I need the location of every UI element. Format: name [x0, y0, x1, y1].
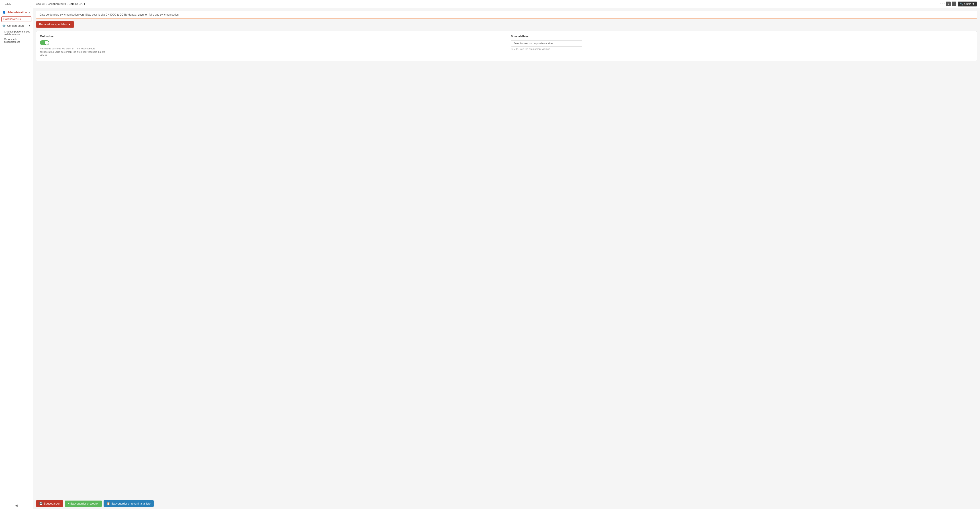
- sites-hint: Si vide, tous les sites seront visibles: [511, 48, 973, 50]
- permissions-chevron-icon: ▼: [68, 23, 71, 26]
- permissions-button[interactable]: Permissions spéciales ▼: [36, 21, 74, 28]
- sites-visibles-label: Sites visibles: [511, 35, 973, 38]
- sync-suffix: , faire une synchronisation: [148, 13, 179, 16]
- toggle-slider: [40, 40, 49, 45]
- config-icon: ⚙️: [2, 24, 6, 27]
- sidebar-collapse-toggle[interactable]: ◀: [0, 502, 33, 509]
- breadcrumb-collaborateurs[interactable]: Collaborateurs: [48, 2, 66, 6]
- topbar: Accueil › Collaborateurs › Camille CAFE …: [33, 0, 980, 8]
- next-button[interactable]: ›: [952, 2, 956, 6]
- save-return-button[interactable]: 📋 Sauvegarder et revenir à la liste: [103, 500, 154, 507]
- administration-chevron: ▼: [28, 11, 30, 14]
- sidebar-item-collaborateurs[interactable]: Collaborateurs: [2, 16, 32, 22]
- sidebar-configuration[interactable]: ⚙️ Configuration ▼: [0, 22, 33, 29]
- toggle-wrap: [40, 40, 502, 45]
- pagination: 2 / 7: [939, 2, 945, 6]
- configuration-label: Configuration: [7, 24, 24, 27]
- multi-sites-toggle[interactable]: [40, 40, 49, 45]
- wrench-icon: 🔧: [960, 2, 963, 6]
- save-button[interactable]: 💾 Sauvegarder: [36, 500, 63, 507]
- topbar-right: 2 / 7 ‹ › 🔧 Outils ▼: [939, 2, 977, 6]
- multi-sites-hint: Permet de voir tous les sites. Si "non" …: [40, 47, 107, 57]
- sites-visibles-section: Sites visibles Si vide, tous les sites s…: [511, 35, 973, 57]
- search-input[interactable]: [2, 2, 31, 7]
- multi-sites-label: Multi-sites: [40, 35, 502, 38]
- breadcrumb: Accueil › Collaborateurs › Camille CAFE: [36, 2, 86, 6]
- save-add-button[interactable]: + Sauvegarder et ajouter: [65, 501, 102, 507]
- breadcrumb-sep1: ›: [46, 2, 47, 6]
- sites-input[interactable]: [511, 40, 582, 46]
- card-inner: Multi-sites Permet de voir tous les site…: [40, 35, 973, 57]
- sync-prefix: Date de dernière synchronisation vers Si…: [40, 13, 138, 16]
- sidebar-administration[interactable]: 👤 Administration ▼: [0, 9, 33, 16]
- content-area: Date de dernière synchronisation vers Si…: [33, 8, 980, 498]
- footer-bar: 💾 Sauvegarder + Sauvegarder et ajouter 📋…: [33, 498, 980, 509]
- prev-button[interactable]: ‹: [946, 2, 951, 6]
- sidebar-item-champs-personnalises[interactable]: Champs personnalisés collaborateurs: [0, 29, 33, 37]
- sidebar: 👤 Administration ▼ Collaborateurs ⚙️ Con…: [0, 0, 33, 509]
- user-icon: 👤: [2, 11, 6, 14]
- sync-banner: Date de dernière synchronisation vers Si…: [36, 11, 977, 19]
- configuration-chevron: ▼: [28, 24, 30, 27]
- multi-sites-section: Multi-sites Permet de voir tous les site…: [40, 35, 502, 57]
- sidebar-item-groupes[interactable]: Groupes de collaborateurs: [0, 37, 33, 44]
- tools-button[interactable]: 🔧 Outils ▼: [958, 2, 977, 6]
- main-card: Multi-sites Permet de voir tous les site…: [36, 31, 977, 61]
- administration-label: Administration: [7, 11, 27, 14]
- breadcrumb-current: Camille CAFE: [68, 2, 86, 6]
- main-content: Accueil › Collaborateurs › Camille CAFE …: [33, 0, 980, 509]
- return-icon: 📋: [107, 502, 110, 505]
- sync-value[interactable]: aucune: [138, 13, 146, 16]
- breadcrumb-accueil[interactable]: Accueil: [36, 2, 45, 6]
- save-icon: 💾: [39, 502, 43, 505]
- tools-chevron-icon: ▼: [972, 2, 975, 6]
- breadcrumb-sep2: ›: [67, 2, 68, 6]
